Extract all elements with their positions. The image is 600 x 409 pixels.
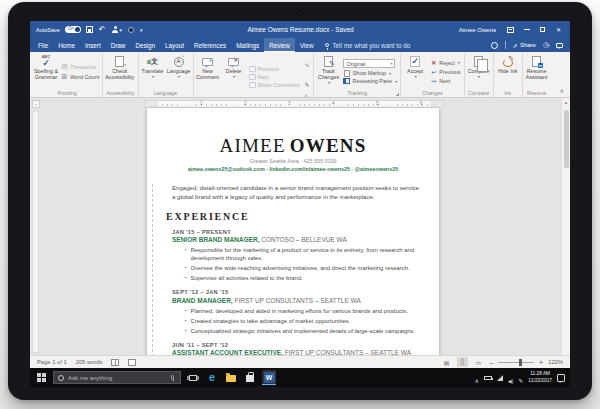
tab-mailings[interactable]: Mailings: [231, 38, 264, 52]
document-title: Aimee Owens Resume.docx - Saved: [148, 26, 454, 33]
share-button[interactable]: Share: [513, 42, 536, 49]
display-for-review-dropdown[interactable]: Original: [343, 59, 395, 68]
previous-comment-button[interactable]: ‹ Previous: [249, 66, 300, 72]
translate-button[interactable]: a文 Translate: [140, 53, 166, 90]
pen-settings-icon[interactable]: [518, 369, 523, 387]
action-center-icon[interactable]: [557, 374, 565, 382]
version-history-icon[interactable]: [543, 41, 549, 49]
cortana-search-box[interactable]: Ask me anything: [53, 371, 181, 384]
maximize-button[interactable]: [537, 21, 548, 38]
track-changes-button[interactable]: Track Changes: [315, 53, 341, 90]
proofing-status-icon[interactable]: [111, 359, 119, 366]
tray-expand-icon[interactable]: [474, 369, 478, 387]
file-explorer-button[interactable]: [224, 370, 238, 385]
ink-tool-icon[interactable]: [128, 27, 134, 33]
vertical-scrollbar[interactable]: [561, 98, 570, 355]
zoom-out-button[interactable]: [489, 359, 493, 366]
show-comments-button[interactable]: Show Comments: [249, 82, 300, 88]
tab-references[interactable]: References: [189, 38, 231, 52]
task-view-button[interactable]: [186, 370, 200, 385]
resume-location-phone: Greater Seattle Area · 425 555 0199: [161, 158, 425, 164]
save-icon[interactable]: [86, 26, 93, 33]
reviewing-pane-button[interactable]: Reviewing Pane: [343, 78, 397, 84]
thesaurus-button[interactable]: Thesaurus: [61, 63, 99, 71]
ink-scribble-icon[interactable]: [304, 53, 309, 71]
language-label: Language: [167, 69, 191, 75]
language-button[interactable]: A Language: [166, 53, 192, 90]
tab-home[interactable]: Home: [53, 38, 80, 52]
autosave-toggle-knob: [75, 27, 80, 32]
ruler-mark: 4: [332, 102, 335, 107]
network-icon[interactable]: [497, 375, 503, 381]
microphone-icon[interactable]: [171, 375, 174, 380]
check-accessibility-button[interactable]: Check Accessibility: [104, 53, 135, 90]
ribbon-tab-bar: File Home Insert Draw Design Layout Refe…: [30, 38, 570, 52]
accessibility-status-icon[interactable]: [128, 359, 136, 366]
delete-comment-button[interactable]: ✕ Delete: [221, 53, 247, 98]
share-icon: [513, 42, 518, 49]
tab-draw[interactable]: Draw: [106, 38, 131, 52]
spelling-grammar-button[interactable]: ABC Spelling & Grammar: [33, 53, 59, 90]
battery-icon[interactable]: [484, 376, 492, 380]
page-indicator[interactable]: Page 1 of 1: [37, 359, 67, 365]
zoom-slider[interactable]: [498, 362, 534, 363]
hide-ink-button[interactable]: Hide Ink: [495, 53, 521, 90]
word-count-indicator[interactable]: 205 words: [76, 359, 103, 365]
tab-stop-selector[interactable]: [32, 100, 40, 108]
edge-taskbar-button[interactable]: e: [205, 370, 219, 385]
taskbar-clock[interactable]: 11:28 AM 11/23/2017: [528, 371, 552, 384]
word-taskbar-button[interactable]: W: [262, 370, 276, 385]
touch-mouse-mode-button[interactable]: [112, 26, 123, 33]
minimize-button[interactable]: [521, 21, 532, 38]
tab-insert[interactable]: Insert: [80, 38, 106, 52]
spelling-grammar-label: Spelling & Grammar: [33, 69, 59, 81]
store-button[interactable]: [243, 370, 257, 385]
document-page[interactable]: AIMEEOWENS Greater Seattle Area · 425 55…: [147, 108, 439, 355]
tab-layout[interactable]: Layout: [160, 38, 189, 52]
zoom-in-button[interactable]: [539, 359, 543, 366]
ribbon-display-options-button[interactable]: [505, 21, 516, 38]
show-markup-button[interactable]: Show Markup: [343, 70, 397, 77]
comments-panel-icon[interactable]: [556, 43, 563, 48]
new-comment-button[interactable]: + New Comment: [195, 53, 221, 98]
tab-design[interactable]: Design: [130, 38, 160, 52]
front-camera: [297, 10, 303, 16]
ink-pen-icon[interactable]: [304, 73, 309, 91]
close-button[interactable]: [553, 21, 564, 38]
reviewing-pane-icon: [343, 78, 350, 84]
horizontal-ruler[interactable]: 1 2 3 4 5 6: [144, 100, 444, 108]
word-count-button[interactable]: Word Count: [61, 73, 99, 81]
volume-icon[interactable]: [508, 369, 514, 387]
next-change-button[interactable]: Next: [430, 77, 460, 84]
dialog-launcher-icon[interactable]: [396, 93, 399, 96]
reject-button[interactable]: Reject: [430, 59, 460, 66]
resume-assistant-button[interactable]: Resume Assistant: [524, 53, 550, 90]
read-mode-button[interactable]: [441, 357, 452, 367]
tab-review[interactable]: Review: [264, 38, 295, 52]
web-layout-button[interactable]: [473, 357, 484, 367]
bullet-text: Created strategies to take advantage of …: [191, 317, 351, 325]
autosave-toggle[interactable]: On: [65, 26, 81, 33]
undo-icon[interactable]: [99, 25, 106, 34]
accept-button[interactable]: Accept: [402, 53, 428, 90]
next-comment-button[interactable]: › Next: [249, 74, 300, 80]
tab-view[interactable]: View: [295, 38, 319, 52]
scroll-up-arrow-icon[interactable]: [562, 98, 570, 107]
signed-in-user[interactable]: Aimee Owens: [459, 27, 496, 33]
collapse-ribbon-button[interactable]: [555, 87, 569, 97]
zoom-level[interactable]: 122%: [548, 359, 563, 365]
feedback-smiley-icon[interactable]: [491, 42, 498, 49]
scrollbar-thumb[interactable]: [564, 110, 569, 168]
document-workspace: 1 2 3 4 5 6 AIMEEOWENS Greater Seattle A…: [30, 98, 570, 355]
previous-change-button[interactable]: Previous: [430, 68, 460, 75]
customize-qat-icon[interactable]: [140, 27, 143, 33]
tab-file[interactable]: File: [33, 38, 53, 52]
start-button[interactable]: [35, 370, 48, 385]
experience-entry: SEPT '12 – JAN '15 BRAND MANAGER, FIRST …: [161, 289, 425, 335]
entry-title: SENIOR BRAND MANAGER, CONTOSO – BELLEVUE…: [172, 236, 425, 244]
zoom-slider-thumb[interactable]: [519, 359, 522, 366]
vertical-ruler[interactable]: [32, 111, 39, 353]
print-layout-button[interactable]: [457, 357, 468, 367]
compare-button[interactable]: Compare: [466, 53, 492, 90]
tell-me-box[interactable]: Tell me what you want to do: [318, 38, 417, 52]
